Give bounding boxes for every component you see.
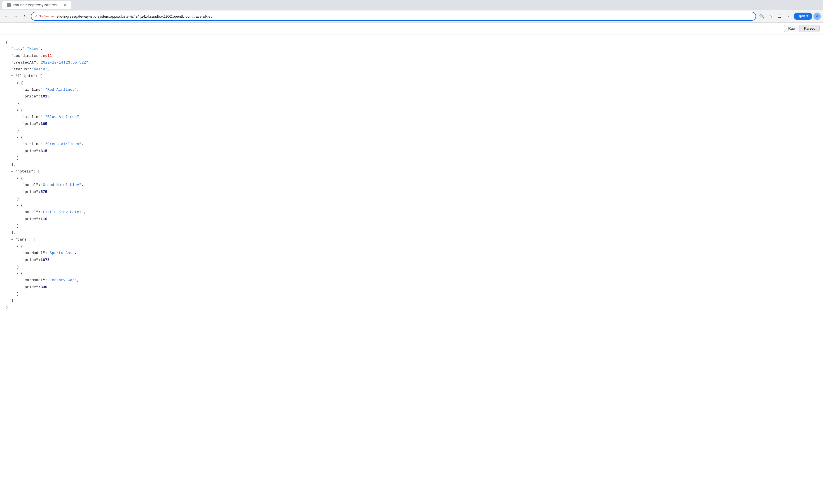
json-flight0-close: }, bbox=[6, 100, 817, 107]
json-hotel0-name: "hotel": "Grand Hotel Kiev", bbox=[6, 182, 817, 188]
flight2-toggle[interactable] bbox=[17, 135, 21, 140]
json-hotel0-close: }, bbox=[6, 195, 817, 202]
json-flight2-open: { bbox=[6, 134, 817, 141]
hotels-toggle[interactable] bbox=[11, 169, 15, 174]
cars-toggle[interactable] bbox=[11, 237, 15, 242]
json-flight1-airline: "airline": "Blue Airlines", bbox=[6, 114, 817, 120]
json-car1-model: "carModel": "Economy Car", bbox=[6, 277, 817, 284]
json-flight1-price: "price": 365 bbox=[6, 121, 817, 127]
json-root-open: { bbox=[6, 39, 817, 46]
json-car0-close: }, bbox=[6, 264, 817, 270]
not-secure-label: Not Secure bbox=[39, 15, 54, 18]
back-button[interactable]: ← bbox=[2, 12, 10, 20]
json-car0-price: "price": 1075 bbox=[6, 257, 817, 264]
json-createdat-line: "createdAt": "2022-10-14T23:55:52Z", bbox=[6, 59, 817, 66]
hotel1-toggle[interactable] bbox=[17, 203, 21, 208]
json-flight1-close: }, bbox=[6, 127, 817, 134]
json-flight0-airline: "airline": "Red Airlines", bbox=[6, 87, 817, 93]
not-secure-indicator: ⚠ Not Secure bbox=[35, 14, 54, 18]
json-cars-close: ] bbox=[6, 297, 817, 304]
tab-close-button[interactable]: ✕ bbox=[62, 3, 67, 7]
browser-chrome: istio-ingressgateway-istio-syst... ✕ ← →… bbox=[0, 0, 823, 23]
settings-button[interactable]: ⋮ bbox=[785, 12, 793, 20]
forward-button[interactable]: → bbox=[12, 12, 20, 20]
json-city-line: "city": "Kiev", bbox=[6, 46, 817, 52]
parsed-button[interactable]: Parsed bbox=[800, 25, 820, 32]
json-car0-open: { bbox=[6, 243, 817, 250]
json-hotels-open: "hotels": [ bbox=[6, 168, 817, 175]
json-hotel1-open: { bbox=[6, 202, 817, 209]
car0-toggle[interactable] bbox=[17, 244, 21, 249]
json-hotel1-close: } bbox=[6, 222, 817, 229]
json-flight2-close: } bbox=[6, 155, 817, 161]
nav-bar: ← → ↻ ⚠ Not Secure istio-ingressgateway-… bbox=[0, 10, 823, 22]
json-car0-model: "carModel": "Sports Car", bbox=[6, 250, 817, 257]
json-hotel1-price: "price": 110 bbox=[6, 216, 817, 222]
bookmark-button[interactable]: ☆ bbox=[767, 12, 775, 20]
json-flights-close: ], bbox=[6, 161, 817, 168]
json-flight1-open: { bbox=[6, 107, 817, 114]
nav-icons-right: 🔍 ☆ ☰ ⋮ Update A bbox=[758, 12, 821, 20]
json-hotels-close: ], bbox=[6, 229, 817, 236]
active-tab[interactable]: istio-ingressgateway-istio-syst... ✕ bbox=[2, 1, 71, 9]
json-hotel0-open: { bbox=[6, 175, 817, 182]
json-status-line: "status": "Valid", bbox=[6, 66, 817, 73]
profile-avatar[interactable]: A bbox=[814, 13, 821, 20]
raw-button[interactable]: Raw bbox=[784, 25, 800, 32]
json-root-close: } bbox=[6, 304, 817, 311]
tab-title: istio-ingressgateway-istio-syst... bbox=[13, 3, 60, 7]
extensions-button[interactable]: ☰ bbox=[776, 12, 784, 20]
json-flight0-price: "price": 1015 bbox=[6, 93, 817, 100]
json-hotel1-name: "hotel": "Little Kiev Hotel", bbox=[6, 209, 817, 216]
tab-favicon bbox=[7, 3, 11, 7]
flights-toggle[interactable] bbox=[11, 74, 15, 79]
flight0-toggle[interactable] bbox=[17, 81, 21, 86]
search-button[interactable]: 🔍 bbox=[758, 12, 766, 20]
json-car1-close: } bbox=[6, 291, 817, 297]
warning-icon: ⚠ bbox=[35, 14, 38, 18]
json-toolbar: Raw Parsed bbox=[0, 23, 823, 34]
json-flight2-price: "price": 315 bbox=[6, 148, 817, 155]
car1-toggle[interactable] bbox=[17, 271, 21, 276]
tab-bar: istio-ingressgateway-istio-syst... ✕ bbox=[0, 0, 823, 10]
address-bar[interactable]: ⚠ Not Secure istio-ingressgateway-istio-… bbox=[31, 12, 756, 21]
json-car1-open: { bbox=[6, 270, 817, 277]
json-flights-open: "flights": [ bbox=[6, 73, 817, 79]
json-car1-price: "price": 330 bbox=[6, 284, 817, 291]
json-flight2-airline: "airline": "Green Airlines", bbox=[6, 141, 817, 148]
hotel0-toggle[interactable] bbox=[17, 176, 21, 181]
url-text: istio-ingressgateway-istio-system.apps.c… bbox=[56, 14, 752, 18]
reload-button[interactable]: ↻ bbox=[21, 12, 29, 20]
json-flight0-open: { bbox=[6, 80, 817, 87]
json-hotel0-price: "price": 575 bbox=[6, 189, 817, 195]
json-coordinates-line: "coordinates": null, bbox=[6, 53, 817, 59]
json-content: { "city": "Kiev", "coordinates": null, "… bbox=[0, 34, 823, 316]
flight1-toggle[interactable] bbox=[17, 108, 21, 113]
json-cars-open: "cars": [ bbox=[6, 236, 817, 243]
update-button[interactable]: Update bbox=[794, 13, 812, 20]
